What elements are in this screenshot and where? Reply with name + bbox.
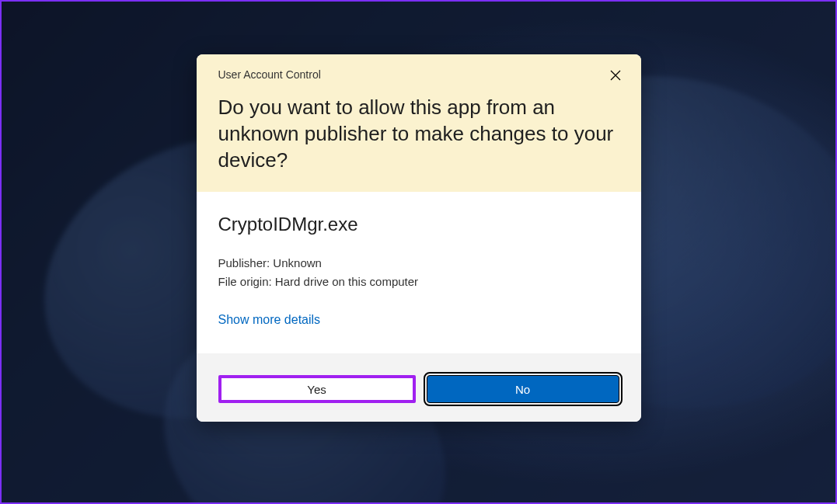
publisher-info: Publisher: Unknown: [218, 254, 619, 273]
show-more-details-link[interactable]: Show more details: [218, 313, 321, 327]
uac-dialog: User Account Control Do you want to allo…: [197, 54, 641, 422]
dialog-title: User Account Control: [218, 68, 619, 81]
dialog-header: User Account Control Do you want to allo…: [197, 54, 641, 192]
close-icon: [610, 70, 621, 81]
close-button[interactable]: [609, 68, 623, 82]
dialog-body: CryptoIDMgr.exe Publisher: Unknown File …: [197, 192, 641, 353]
dialog-question: Do you want to allow this app from an un…: [218, 95, 619, 173]
no-button[interactable]: No: [427, 375, 619, 403]
yes-button[interactable]: Yes: [218, 375, 416, 403]
origin-info: File origin: Hard drive on this computer: [218, 273, 619, 291]
app-name: CryptoIDMgr.exe: [218, 214, 619, 235]
dialog-footer: Yes No: [197, 353, 641, 422]
